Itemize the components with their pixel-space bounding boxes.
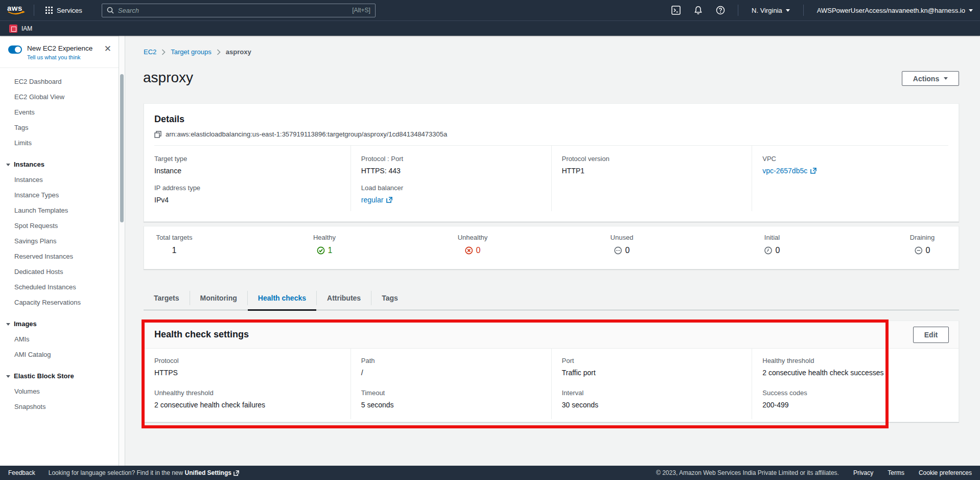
sidebar-item-scheduled-instances[interactable]: Scheduled Instances bbox=[0, 280, 119, 295]
sidebar-item-capacity-reservations[interactable]: Capacity Reservations bbox=[0, 295, 119, 310]
counter-unused: Unused 0 bbox=[611, 226, 634, 255]
notifications-button[interactable] bbox=[687, 0, 709, 20]
field-label-path: Path bbox=[361, 357, 546, 364]
field-label-protocol-version: Protocol version bbox=[562, 155, 747, 163]
sidebar-item-spot-requests[interactable]: Spot Requests bbox=[0, 218, 119, 234]
sidebar-item-tags[interactable]: Tags bbox=[0, 120, 119, 135]
terms-link[interactable]: Terms bbox=[888, 469, 904, 476]
language-selection-text: Looking for language selection? Find it … bbox=[49, 469, 239, 476]
sidebar-item-ami-catalog[interactable]: AMI Catalog bbox=[0, 347, 119, 362]
aws-logo[interactable]: aws bbox=[7, 4, 28, 17]
sidebar-item-instance-types[interactable]: Instance Types bbox=[0, 188, 119, 203]
sidebar-scrollbar[interactable] bbox=[119, 36, 125, 466]
privacy-link[interactable]: Privacy bbox=[853, 469, 873, 476]
services-menu-button[interactable]: Services bbox=[40, 0, 87, 20]
unified-settings-link[interactable]: Unified Settings bbox=[185, 469, 239, 476]
nav-divider bbox=[803, 5, 804, 16]
cloudshell-icon bbox=[671, 6, 681, 15]
actions-button[interactable]: Actions bbox=[902, 71, 959, 86]
edit-button[interactable]: Edit bbox=[913, 327, 949, 343]
counter-label: Healthy bbox=[313, 234, 336, 241]
breadcrumb-target-groups-link[interactable]: Target groups bbox=[171, 48, 212, 56]
sidebar-item-snapshots[interactable]: Snapshots bbox=[0, 399, 119, 415]
tab-health-checks[interactable]: Health checks bbox=[248, 286, 316, 310]
search-icon bbox=[107, 7, 114, 14]
sidebar-section-instances[interactable]: Instances bbox=[0, 157, 119, 172]
global-search[interactable]: [Alt+S] bbox=[102, 4, 376, 17]
region-selector[interactable]: N. Virginia bbox=[744, 0, 797, 20]
field-value-protocol-version: HTTP1 bbox=[562, 167, 747, 175]
sidebar-item-reserved-instances[interactable]: Reserved Instances bbox=[0, 249, 119, 264]
sidebar-item-limits[interactable]: Limits bbox=[0, 135, 119, 151]
close-icon[interactable]: ✕ bbox=[104, 44, 111, 53]
chevron-down-icon bbox=[969, 9, 973, 12]
tab-monitoring[interactable]: Monitoring bbox=[190, 286, 247, 310]
iam-service-icon bbox=[9, 25, 17, 33]
field-label-healthy-threshold: Healthy threshold bbox=[762, 357, 953, 364]
tab-attributes[interactable]: Attributes bbox=[317, 286, 371, 310]
favorites-bar: IAM bbox=[0, 20, 980, 36]
field-label-unhealthy-threshold: Unhealthy threshold bbox=[154, 389, 345, 397]
region-label: N. Virginia bbox=[752, 7, 782, 14]
details-title: Details bbox=[154, 114, 948, 125]
field-value-ip-address-type: IPv4 bbox=[154, 196, 345, 204]
sidebar-item-instances[interactable]: Instances bbox=[0, 172, 119, 188]
breadcrumb-ec2-link[interactable]: EC2 bbox=[144, 48, 156, 56]
sidebar-section-elastic-block-store[interactable]: Elastic Block Store bbox=[0, 369, 119, 384]
sidebar-item-ec2-global-view[interactable]: EC2 Global View bbox=[0, 89, 119, 105]
help-button[interactable] bbox=[709, 0, 732, 20]
breadcrumb-current: asproxy bbox=[226, 48, 251, 56]
sidebar-item-savings-plans[interactable]: Savings Plans bbox=[0, 234, 119, 249]
unified-settings-label: Unified Settings bbox=[185, 469, 231, 476]
account-menu[interactable]: AWSPowerUserAccess/navaneeth.kn@harness.… bbox=[810, 0, 980, 20]
field-label-protocol-port: Protocol : Port bbox=[361, 155, 546, 163]
section-caret-icon bbox=[6, 164, 10, 166]
feedback-link[interactable]: Feedback bbox=[8, 469, 35, 476]
draining-minus-icon bbox=[915, 246, 923, 255]
counter-total-targets: Total targets 1 bbox=[156, 226, 193, 255]
actions-label: Actions bbox=[913, 75, 939, 83]
sidebar-scrollbar-thumb[interactable] bbox=[120, 74, 124, 222]
load-balancer-link[interactable]: regular bbox=[361, 196, 546, 204]
sidebar-section-images[interactable]: Images bbox=[0, 316, 119, 332]
vpc-link[interactable]: vpc-2657db5c bbox=[762, 167, 953, 175]
footer-bar: Feedback Looking for language selection?… bbox=[0, 466, 980, 480]
counter-value: 0 bbox=[625, 246, 630, 255]
field-value-protocol: HTTPS bbox=[154, 369, 345, 377]
cloudshell-button[interactable] bbox=[665, 0, 687, 20]
field-label-load-balancer: Load balancer bbox=[361, 184, 546, 192]
breadcrumb: EC2 Target groups asproxy bbox=[144, 48, 251, 56]
page-title: asproxy bbox=[143, 70, 193, 86]
tab-tags[interactable]: Tags bbox=[371, 286, 408, 310]
counter-value: 0 bbox=[476, 246, 481, 255]
tell-us-link[interactable]: Tell us what you think bbox=[27, 54, 101, 60]
search-input[interactable] bbox=[118, 7, 352, 14]
help-icon bbox=[716, 6, 725, 15]
new-ec2-experience-toggle[interactable] bbox=[8, 45, 22, 54]
cookie-preferences-link[interactable]: Cookie preferences bbox=[919, 469, 972, 476]
top-navigation-bar: aws Services [Alt+S] bbox=[0, 0, 980, 20]
vpc-id: vpc-2657db5c bbox=[762, 167, 807, 175]
counter-initial: Initial 0 bbox=[764, 226, 780, 255]
field-label-timeout: Timeout bbox=[361, 389, 546, 397]
field-value-timeout: 5 seconds bbox=[361, 401, 546, 409]
field-value-port: Traffic port bbox=[562, 369, 747, 377]
services-grid-icon bbox=[45, 7, 53, 14]
sidebar-item-dedicated-hosts[interactable]: Dedicated Hosts bbox=[0, 264, 119, 280]
field-value-path: / bbox=[361, 369, 546, 377]
counter-label: Unhealthy bbox=[458, 234, 488, 241]
copy-icon[interactable] bbox=[154, 131, 161, 138]
sidebar-item-ec2-dashboard[interactable]: EC2 Dashboard bbox=[0, 74, 119, 89]
target-group-tabs: Targets Monitoring Health checks Attribu… bbox=[144, 286, 959, 310]
healthy-check-icon bbox=[317, 246, 325, 255]
sidebar-item-amis[interactable]: AMIs bbox=[0, 332, 119, 347]
unused-ellipsis-icon bbox=[614, 246, 622, 255]
sidebar-item-events[interactable]: Events bbox=[0, 105, 119, 120]
sidebar-item-launch-templates[interactable]: Launch Templates bbox=[0, 203, 119, 218]
external-link-icon bbox=[810, 168, 816, 174]
tab-targets[interactable]: Targets bbox=[144, 286, 190, 310]
sidebar-item-volumes[interactable]: Volumes bbox=[0, 384, 119, 399]
favorite-iam-link[interactable]: IAM bbox=[9, 25, 32, 33]
health-check-settings-title: Health check settings bbox=[154, 329, 249, 340]
bell-icon bbox=[694, 6, 703, 15]
